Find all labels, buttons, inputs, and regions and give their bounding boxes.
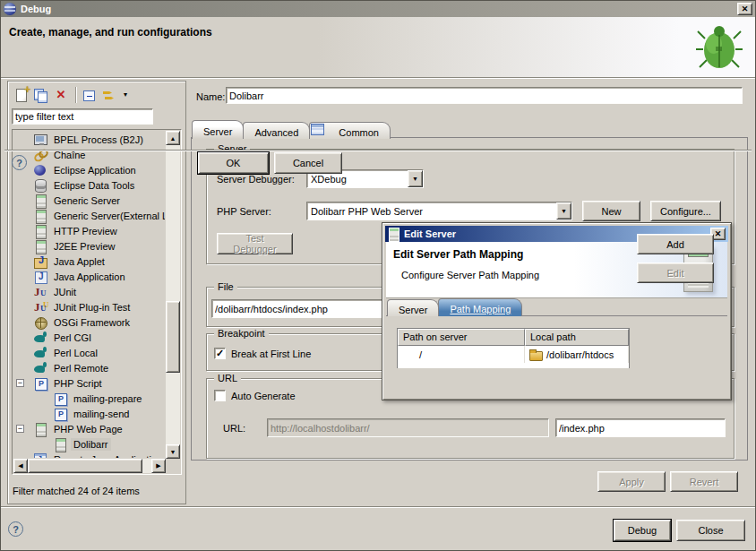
combo-arrow-icon[interactable]: ▼: [408, 170, 423, 187]
column-local-path[interactable]: Local path: [525, 329, 629, 346]
scroll-up-button[interactable]: ▲: [166, 131, 180, 145]
perl-icon: [33, 361, 47, 375]
tree-item[interactable]: Eclipse Application: [13, 162, 165, 177]
server-icon: [33, 239, 47, 254]
footer-separator: [1, 506, 755, 508]
combo-arrow-icon[interactable]: ▼: [556, 202, 571, 220]
edit-server-dialog: Edit Server ✕ Edit Server Path Mapping C…: [382, 222, 732, 400]
path-mapping-panel: Path on server Local path / /dolibarr/ht…: [386, 315, 727, 368]
tree-item[interactable]: Java Application: [13, 269, 165, 284]
debug-button[interactable]: Debug: [614, 520, 671, 541]
window-close-button[interactable]: ✕: [737, 3, 752, 15]
collapse-node-icon[interactable]: −: [16, 379, 24, 387]
dialog-separator: [4, 150, 752, 151]
tree-item[interactable]: Generic Server: [13, 193, 165, 208]
new-server-button[interactable]: New: [582, 201, 640, 221]
tree-item[interactable]: JUnit Plug-in Test: [13, 299, 165, 314]
tree-item[interactable]: Remote Java Application: [13, 452, 165, 458]
tree-item[interactable]: Generic Server(External La: [13, 208, 165, 223]
configure-server-button[interactable]: Configure...: [650, 201, 721, 221]
osgi-framework-icon: [33, 315, 47, 330]
auto-generate-row: Auto Generate: [214, 390, 296, 401]
php-script-icon: [33, 376, 47, 391]
ok-button[interactable]: OK: [198, 152, 269, 174]
tree-item[interactable]: Perl Local: [13, 345, 165, 360]
collapse-all-icon[interactable]: [83, 90, 95, 101]
tree-vertical-scrollbar[interactable]: ▲ ▼: [166, 131, 180, 459]
path-mapping-table: Path on server Local path / /dolibarr/ht…: [397, 328, 630, 368]
server-icon: [33, 224, 47, 238]
duplicate-launch-configuration-icon[interactable]: [34, 89, 47, 102]
window-titlebar: Debug ✕: [1, 1, 755, 17]
url-label: URL:: [223, 423, 245, 434]
perl-icon: [33, 331, 47, 345]
launch-config-sidebar: ✕ ▾ BPEL Process (B2J) Chaîne Eclipse Ap…: [7, 81, 186, 504]
edit-mapping-button[interactable]: Edit: [637, 263, 714, 283]
tree-item-selected[interactable]: Dolibarr: [13, 436, 165, 452]
view-menu-dropdown-icon[interactable]: ▾: [124, 88, 127, 102]
common-tab-icon: [321, 126, 335, 138]
tree-item[interactable]: Java Applet: [13, 254, 165, 269]
php-script-icon: [53, 407, 67, 421]
tree-item[interactable]: Perl Remote: [13, 360, 165, 375]
remote-java-icon: [33, 452, 47, 459]
php-server-select[interactable]: Dolibarr PHP Web Server ▼: [306, 202, 572, 220]
tab-server[interactable]: Server: [192, 120, 244, 139]
break-first-line-checkbox[interactable]: ✓: [214, 348, 226, 359]
tree-item[interactable]: −PHP Script: [13, 375, 165, 391]
tree-item[interactable]: OSGi Framework: [13, 314, 165, 330]
scroll-left-button[interactable]: ◀: [13, 459, 28, 473]
local-path-cell: /dolibarr/htdocs: [525, 346, 629, 363]
tree-item[interactable]: mailing-send: [13, 406, 165, 421]
config-tabs: Server Advanced Common: [192, 120, 390, 139]
vertical-scroll-thumb[interactable]: [166, 301, 180, 373]
filter-input[interactable]: [12, 108, 153, 125]
name-input[interactable]: [226, 87, 743, 104]
test-debugger-button[interactable]: Test Debugger: [217, 233, 293, 254]
dialog-subheading: Configure Server Path Mapping: [401, 270, 539, 280]
revert-button[interactable]: Revert: [670, 471, 738, 492]
debug-configurations-window: Debug ✕ Create, manage, and run configur…: [0, 0, 756, 551]
collapse-node-icon[interactable]: −: [16, 425, 24, 433]
tree-item[interactable]: −PHP Web Page: [13, 421, 165, 436]
table-row[interactable]: / /dolibarr/htdocs: [398, 346, 629, 363]
auto-generate-label: Auto Generate: [231, 391, 296, 401]
tree-item[interactable]: mailing-prepare: [13, 391, 165, 406]
url-path-input[interactable]: [555, 418, 726, 437]
database-icon: [33, 178, 47, 193]
auto-generate-checkbox[interactable]: [214, 390, 226, 401]
toolbar-separator: [75, 87, 76, 103]
server-icon: [33, 209, 47, 223]
tab-common[interactable]: Common: [309, 122, 391, 139]
config-tree: BPEL Process (B2J) Chaîne Eclipse Applic…: [12, 129, 182, 475]
tree-item[interactable]: JUnit: [13, 284, 165, 299]
tree-horizontal-scrollbar[interactable]: ◀ ▶: [13, 459, 166, 473]
dialog-tab-server[interactable]: Server: [387, 299, 439, 316]
dialog-tab-path-mapping[interactable]: Path Mapping: [438, 298, 522, 316]
tree-item[interactable]: J2EE Preview: [13, 238, 165, 254]
java-application-icon: [33, 270, 47, 284]
cancel-button[interactable]: Cancel: [274, 152, 342, 174]
help-icon[interactable]: ?: [8, 521, 23, 537]
column-path-on-server[interactable]: Path on server: [398, 329, 525, 346]
filter-configurations-icon[interactable]: [102, 90, 116, 102]
tree-item[interactable]: HTTP Preview: [13, 223, 165, 238]
tab-advanced[interactable]: Advanced: [243, 122, 310, 139]
apply-button[interactable]: Apply: [597, 471, 666, 492]
dialog-help-icon[interactable]: ?: [12, 155, 27, 170]
perl-icon: [33, 346, 47, 360]
tree-item[interactable]: BPEL Process (B2J): [13, 132, 165, 147]
config-tree-rows: BPEL Process (B2J) Chaîne Eclipse Applic…: [13, 132, 165, 458]
delete-launch-configuration-icon[interactable]: ✕: [54, 88, 68, 102]
server-icon: [388, 228, 399, 241]
new-launch-configuration-icon[interactable]: [16, 89, 27, 102]
add-mapping-button[interactable]: Add: [637, 234, 714, 254]
tree-item[interactable]: Perl CGI: [13, 330, 165, 345]
tree-item[interactable]: Eclipse Data Tools: [13, 177, 165, 193]
close-button[interactable]: Close: [676, 520, 745, 541]
scroll-down-button[interactable]: ▼: [166, 444, 180, 459]
break-first-line-label: Break at First Line: [231, 349, 311, 359]
server-icon: [33, 194, 47, 208]
horizontal-scroll-thumb[interactable]: [28, 459, 142, 473]
scroll-right-button[interactable]: ▶: [151, 459, 166, 473]
